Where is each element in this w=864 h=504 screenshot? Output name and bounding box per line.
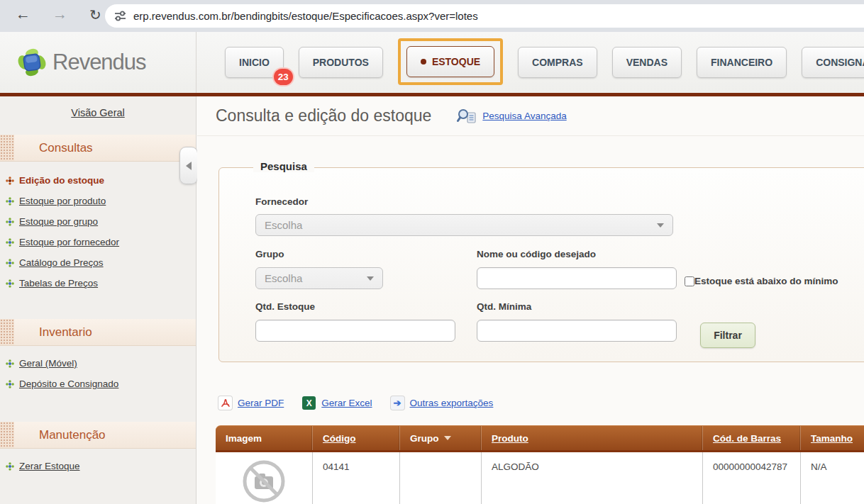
revendus-erp-app: ← → ↻ erp.revendus.com.br/bendingbits/es…	[0, 0, 864, 504]
nav-label: ESTOQUE	[432, 56, 480, 67]
column-header-tamanho[interactable]: Tamanho	[801, 426, 864, 450]
logo-text: Revendus	[52, 50, 146, 75]
column-label: Código	[323, 433, 356, 444]
sidebar-item-label: Catálogo de Preços	[19, 257, 104, 268]
browser-reload-icon[interactable]: ↻	[89, 6, 101, 23]
nav-label: COMPRAS	[532, 57, 583, 68]
sidebar-item-label: Tabelas de Preços	[19, 278, 98, 289]
nav-button-compras[interactable]: COMPRAS	[518, 47, 597, 78]
section-pattern-decoration	[0, 135, 14, 161]
sidebar-item-label: Depósito e Consignado	[19, 379, 118, 389]
search-panel: Pesquisa Fornecedor Escolha Grupo Escolh…	[218, 167, 864, 362]
column-label: Produto	[492, 433, 528, 444]
cod-barras-cell: 00000000042787	[703, 452, 801, 504]
sidebar-item-visao-geral[interactable]: Visão Geral	[71, 107, 125, 118]
sidebar-item-edicao-do-estoque[interactable]: Edição do estoque	[0, 170, 196, 191]
site-settings-icon[interactable]	[114, 10, 126, 22]
nome-codigo-input[interactable]	[477, 267, 677, 289]
qtd-minima-input[interactable]	[477, 320, 677, 342]
fornecedor-select[interactable]: Escolha	[255, 214, 673, 236]
browser-forward-icon[interactable]: →	[52, 6, 67, 23]
address-bar[interactable]: erp.revendus.com.br/bendingbits/estoque/…	[105, 4, 864, 28]
sidebar-item-label: Estoque por fornecedor	[19, 237, 119, 247]
bullet-compass-icon	[6, 359, 14, 368]
product-image-cell	[216, 452, 313, 504]
nav-button-inicio[interactable]: INICIO 23	[225, 47, 284, 78]
sidebar-item-deposito-e-consignado[interactable]: Depósito e Consignado	[0, 374, 196, 394]
nav-label: VENDAS	[626, 57, 668, 68]
estoque-highlight-annotation: ESTOQUE	[398, 38, 503, 85]
outras-exportacoes-link: Outras exportações	[410, 398, 494, 408]
column-header-grupo[interactable]: Grupo	[400, 426, 482, 450]
no-image-icon	[241, 459, 287, 504]
sidebar-item-label: Geral (Móvel)	[19, 358, 77, 369]
browser-back-icon[interactable]: ←	[16, 6, 31, 23]
nav-button-estoque[interactable]: ESTOQUE	[406, 46, 494, 77]
page-header: Consulta e edição do estoque Pesquisa Av…	[197, 96, 864, 136]
top-navigation: INICIO 23 PRODUTOS ESTOQUE COMPRAS VENDA…	[196, 32, 864, 93]
revendus-logo-icon	[17, 47, 47, 77]
column-label: Cód. de Barras	[713, 433, 781, 444]
qtd-estoque-input[interactable]	[255, 320, 455, 342]
min-stock-checkbox[interactable]	[685, 276, 694, 286]
filtrar-button-label: Filtrar	[714, 330, 742, 341]
qtd-minima-label: Qtd. Mínima	[477, 301, 531, 312]
sidebar-section-consultas: Consultas	[0, 135, 196, 162]
grupo-select-value: Escolha	[265, 272, 367, 284]
sidebar-overview-row: Visão Geral	[0, 96, 196, 129]
sidebar-item-catalogo-de-precos[interactable]: Catálogo de Preços	[0, 252, 196, 273]
gerar-pdf-link: Gerar PDF	[238, 398, 284, 408]
chevron-left-icon	[186, 162, 192, 170]
column-header-codigo[interactable]: Código	[313, 426, 400, 450]
gerar-excel-link-group[interactable]: X Gerar Excel	[302, 396, 372, 410]
bullet-compass-icon	[6, 177, 14, 185]
excel-icon: X	[302, 396, 316, 410]
bullet-compass-icon	[6, 279, 14, 288]
sidebar-item-estoque-por-produto[interactable]: Estoque por produto	[0, 191, 196, 211]
sidebar-section-inventario: Inventario	[0, 319, 196, 346]
sidebar-collapse-toggle[interactable]	[179, 147, 198, 184]
consultas-items: Edição do estoque Estoque por produto Es…	[0, 170, 196, 293]
sidebar: Visão Geral Consultas Edição do estoque	[0, 96, 196, 504]
advanced-search-link-group[interactable]: Pesquisa Avançada	[457, 108, 566, 124]
nav-label: FINANCEIRO	[711, 57, 772, 68]
column-header-produto[interactable]: Produto	[482, 426, 703, 450]
table-row[interactable]: 04141 ALGODÃO 00000000042787 N/A	[216, 452, 864, 504]
search-panel-legend: Pesquisa	[253, 160, 314, 172]
nav-button-financeiro[interactable]: FINANCEIRO	[697, 47, 787, 78]
column-label: Tamanho	[811, 433, 853, 444]
nav-label: INICIO	[239, 57, 270, 68]
gerar-excel-link: Gerar Excel	[321, 398, 372, 408]
nav-button-consignacao[interactable]: CONSIGNAÇÃO	[802, 47, 864, 78]
outras-exportacoes-link-group[interactable]: ➔ Outras exportações	[391, 396, 494, 410]
column-header-cod-de-barras[interactable]: Cód. de Barras	[703, 426, 801, 450]
stock-table: Imagem Código Grupo Produto Cód. de Barr…	[216, 425, 864, 504]
section-pattern-decoration	[0, 422, 14, 448]
manutencao-items: Zerar Estoque	[0, 456, 196, 476]
main-content: Consulta e edição do estoque Pesquisa Av…	[197, 96, 864, 504]
browser-toolbar: ← → ↻ erp.revendus.com.br/bendingbits/es…	[0, 0, 864, 32]
sidebar-section-manutencao: Manutenção	[0, 422, 196, 449]
sidebar-item-tabelas-de-precos[interactable]: Tabelas de Preços	[0, 273, 196, 293]
codigo-cell: 04141	[313, 452, 400, 504]
sidebar-item-estoque-por-grupo[interactable]: Estoque por grupo	[0, 211, 196, 232]
chevron-down-icon	[367, 276, 374, 281]
sidebar-item-estoque-por-fornecedor[interactable]: Estoque por fornecedor	[0, 232, 196, 252]
nav-label: CONSIGNAÇÃO	[816, 57, 864, 68]
url-text[interactable]: erp.revendus.com.br/bendingbits/estoque/…	[133, 10, 478, 22]
nav-button-produtos[interactable]: PRODUTOS	[299, 47, 383, 78]
nav-button-vendas[interactable]: VENDAS	[612, 47, 682, 78]
grupo-select[interactable]: Escolha	[255, 267, 383, 289]
tamanho-cell: N/A	[801, 452, 864, 504]
export-arrow-icon: ➔	[391, 396, 404, 410]
sidebar-item-zerar-estoque[interactable]: Zerar Estoque	[0, 456, 196, 476]
logo[interactable]: Revendus	[0, 32, 196, 93]
sidebar-item-geral-movel[interactable]: Geral (Móvel)	[0, 353, 196, 374]
bullet-compass-icon	[6, 197, 14, 206]
bullet-compass-icon	[6, 238, 14, 247]
column-label: Imagem	[226, 433, 262, 444]
pdf-icon	[218, 396, 232, 410]
bullet-compass-icon	[6, 380, 14, 388]
gerar-pdf-link-group[interactable]: Gerar PDF	[218, 396, 284, 410]
filtrar-button[interactable]: Filtrar	[700, 323, 755, 348]
